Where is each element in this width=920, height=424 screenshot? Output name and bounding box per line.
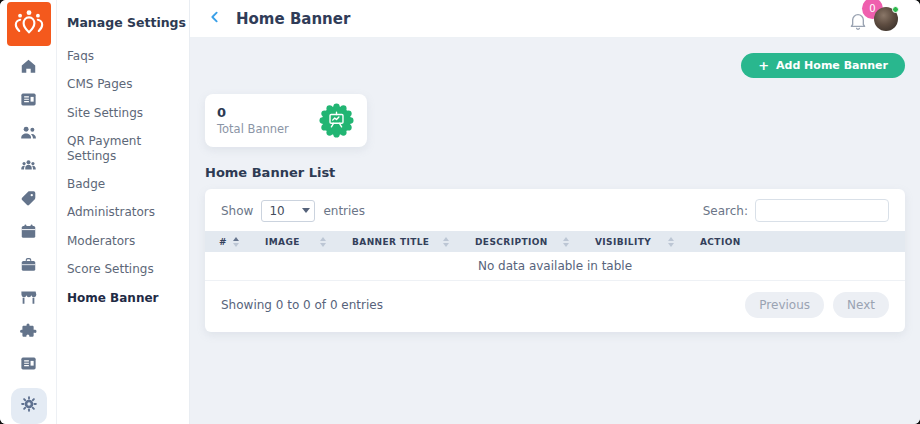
sidebar-item-badge[interactable]: Badge (57, 170, 189, 198)
previous-page-button[interactable]: Previous (745, 292, 824, 318)
column-header-action: ACTION (686, 237, 905, 247)
search-label: Search: (703, 204, 748, 218)
table-empty-message: No data available in table (205, 252, 905, 281)
table-controls: Show 10 entries Search: (205, 189, 905, 231)
tag-icon[interactable] (0, 182, 57, 215)
sort-icon (668, 237, 674, 247)
total-banner-label: Total Banner (217, 122, 289, 136)
column-header-image[interactable]: IMAGE (251, 237, 338, 247)
sort-icon (233, 237, 239, 247)
column-header-visibility[interactable]: VISIBILITY (581, 237, 686, 247)
puzzle-icon[interactable] (0, 314, 57, 347)
sort-icon (563, 237, 569, 247)
column-header-banner-title[interactable]: BANNER TITLE (338, 237, 461, 247)
entries-summary: Showing 0 to 0 of 0 entries (221, 298, 383, 312)
home-banner-table-card: Show 10 entries Search: # (205, 189, 905, 332)
page-title: Home Banner (236, 10, 350, 28)
sort-icon (320, 237, 326, 247)
add-home-banner-label: Add Home Banner (776, 59, 888, 72)
search-input[interactable] (755, 199, 889, 222)
page-size-select[interactable]: 10 (261, 200, 315, 222)
sidebar-item-faqs[interactable]: Faqs (57, 42, 189, 70)
rail-icon-list (0, 50, 57, 424)
add-home-banner-button[interactable]: + Add Home Banner (741, 53, 905, 78)
top-right-cluster: 0 (848, 7, 898, 31)
sidebar-item-score-settings[interactable]: Score Settings (57, 255, 189, 283)
show-label: Show (221, 204, 253, 218)
user-avatar[interactable] (874, 7, 898, 31)
column-header-index[interactable]: # (205, 237, 251, 247)
entries-label: entries (323, 204, 365, 218)
settings-sidebar: Manage Settings Faqs CMS Pages Site Sett… (57, 0, 190, 424)
store-icon[interactable] (0, 281, 57, 314)
home-icon[interactable] (0, 50, 57, 83)
notifications-button[interactable]: 0 (848, 8, 870, 30)
column-header-description[interactable]: DESCRIPTION (461, 237, 581, 247)
pagination: Previous Next (745, 292, 889, 318)
users-icon[interactable] (0, 116, 57, 149)
gear-icon (19, 394, 39, 418)
total-banner-value: 0 (217, 105, 289, 120)
top-bar: Home Banner 0 (190, 0, 920, 38)
app-window: Manage Settings Faqs CMS Pages Site Sett… (0, 0, 920, 424)
settings-active-button[interactable] (11, 388, 47, 424)
user-group-icon[interactable] (0, 149, 57, 182)
main-content: + Add Home Banner 0 Total Banner (190, 38, 920, 424)
total-banner-card: 0 Total Banner (205, 94, 367, 147)
online-status-dot (892, 6, 899, 13)
briefcase-icon[interactable] (0, 248, 57, 281)
next-page-button[interactable]: Next (833, 292, 889, 318)
list-section-title: Home Banner List (205, 165, 905, 180)
sidebar-item-cms-pages[interactable]: CMS Pages (57, 70, 189, 98)
calendar-icon[interactable] (0, 215, 57, 248)
sidebar-item-qr-payment-settings[interactable]: QR Payment Settings (57, 127, 189, 170)
app-logo[interactable] (7, 2, 51, 46)
sidebar-title: Manage Settings (57, 0, 189, 42)
sort-icon (443, 237, 449, 247)
table-footer: Showing 0 to 0 of 0 entries Previous Nex… (205, 281, 905, 332)
icon-rail (0, 0, 57, 424)
chevron-left-icon (207, 9, 223, 29)
plus-icon: + (758, 59, 769, 72)
sidebar-item-moderators[interactable]: Moderators (57, 227, 189, 255)
table-header-row: # IMAGE BANNER TITLE DESCRIPTION VISIBIL… (205, 231, 905, 252)
sidebar-item-site-settings[interactable]: Site Settings (57, 99, 189, 127)
journal-icon[interactable] (0, 83, 57, 116)
sidebar-item-administrators[interactable]: Administrators (57, 198, 189, 226)
back-button[interactable] (206, 10, 224, 28)
bell-icon (848, 16, 868, 35)
presentation-seal-icon (318, 102, 355, 139)
journal-alt-icon[interactable] (0, 347, 57, 380)
sidebar-item-home-banner[interactable]: Home Banner (57, 284, 189, 312)
community-logo-icon (12, 5, 46, 43)
